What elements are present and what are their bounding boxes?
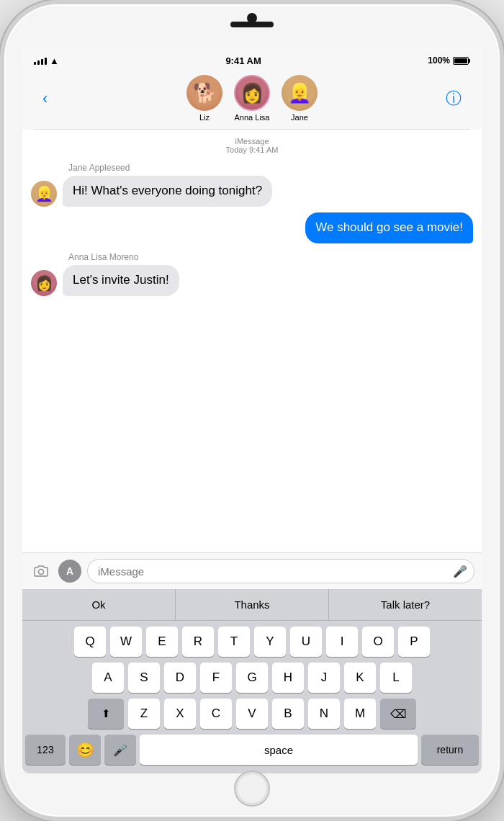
battery-tip — [469, 59, 470, 63]
signal-bars — [34, 56, 47, 65]
battery-fill — [454, 58, 467, 63]
battery-icon — [453, 57, 470, 65]
timestamp-label: iMessage Today 9:41 AM — [31, 137, 473, 154]
key-g[interactable]: G — [236, 663, 268, 693]
key-i[interactable]: I — [326, 627, 358, 657]
input-wrapper: 🎤 — [87, 559, 474, 583]
key-t[interactable]: T — [218, 627, 250, 657]
signal-bar-2 — [37, 60, 40, 65]
avatar-jane: 👱‍♀️ — [282, 75, 318, 111]
key-p[interactable]: P — [398, 627, 430, 657]
key-r[interactable]: R — [182, 627, 214, 657]
info-icon: ⓘ — [446, 89, 462, 107]
key-s[interactable]: S — [128, 663, 160, 693]
key-space[interactable]: space — [140, 735, 418, 765]
predictive-thanks-label: Thanks — [234, 598, 269, 611]
timestamp-time: Today 9:41 AM — [31, 145, 473, 154]
key-n[interactable]: N — [308, 699, 340, 729]
key-return[interactable]: return — [421, 735, 479, 765]
signal-bar-4 — [45, 58, 47, 65]
contact-anna-name: Anna Lisa — [235, 113, 270, 122]
contact-anna[interactable]: 👩 Anna Lisa — [234, 75, 270, 122]
bubble-3-text: Let's invite Justin! — [73, 273, 169, 287]
predictive-ok-label: Ok — [91, 598, 105, 611]
key-d[interactable]: D — [164, 663, 196, 693]
key-row-3: ⬆ Z X C V B N M ⌫ — [25, 699, 479, 729]
signal-bar-3 — [41, 59, 43, 65]
keyboard: Q W E R T Y U I O P A S D F G H J K — [22, 621, 482, 773]
timestamp-imessage: iMessage — [31, 137, 473, 145]
appstore-button[interactable]: A — [58, 560, 81, 583]
message-row-1: 👱‍♀️ Hi! What's everyone doing tonight? — [31, 176, 473, 207]
key-u[interactable]: U — [290, 627, 322, 657]
bubble-2-text: We should go see a movie! — [315, 220, 463, 234]
key-l[interactable]: L — [380, 663, 412, 693]
message-row-2: We should go see a movie! — [31, 212, 473, 243]
key-a[interactable]: A — [92, 663, 124, 693]
info-button[interactable]: ⓘ — [440, 88, 462, 109]
predictive-thanks[interactable]: Thanks — [176, 589, 329, 620]
sender-anna-label: Anna Lisa Moreno — [68, 252, 473, 262]
phone-frame: ▲ 9:41 AM 100% ‹ — [0, 0, 504, 821]
key-w[interactable]: W — [110, 627, 142, 657]
bubble-1: Hi! What's everyone doing tonight? — [63, 176, 272, 207]
back-button[interactable]: ‹ — [42, 86, 64, 111]
back-chevron: ‹ — [42, 89, 48, 108]
key-e[interactable]: E — [146, 627, 178, 657]
key-h[interactable]: H — [272, 663, 304, 693]
screen: ▲ 9:41 AM 100% ‹ — [22, 48, 482, 773]
predictive-talk-later[interactable]: Talk later? — [329, 589, 482, 620]
top-bar: ▲ 9:41 AM 100% ‹ — [22, 48, 482, 130]
key-z[interactable]: Z — [128, 699, 160, 729]
camera-icon — [32, 562, 50, 580]
key-x[interactable]: X — [164, 699, 196, 729]
input-bar: A 🎤 — [22, 552, 482, 589]
bubble-1-text: Hi! What's everyone doing tonight? — [73, 184, 262, 197]
key-numbers[interactable]: 123 — [25, 735, 66, 765]
key-row-2: A S D F G H J K L — [25, 663, 479, 693]
camera-button[interactable] — [30, 560, 53, 583]
bubble-3: Let's invite Justin! — [63, 265, 179, 296]
key-y[interactable]: Y — [254, 627, 286, 657]
contacts-row: 🐕 Liz 👩 Anna Lisa 👱‍♀️ J — [64, 75, 440, 122]
key-j[interactable]: J — [308, 663, 340, 693]
key-b[interactable]: B — [272, 699, 304, 729]
bubble-2: We should go see a movie! — [305, 212, 473, 243]
avatar-liz: 🐕 — [186, 75, 222, 111]
wifi-icon: ▲ — [50, 55, 59, 66]
key-v[interactable]: V — [236, 699, 268, 729]
sender-jane-label: Jane Appleseed — [68, 163, 473, 173]
svg-point-0 — [39, 570, 44, 575]
key-row-bottom: 123 😊 🎤 space return — [25, 735, 479, 765]
signal-bar-1 — [34, 62, 36, 65]
speaker-slot — [230, 22, 274, 27]
home-button[interactable] — [234, 771, 270, 807]
key-emoji[interactable]: 😊 — [69, 735, 101, 765]
battery-body — [453, 57, 469, 65]
status-right: 100% — [428, 55, 470, 66]
battery-percent: 100% — [428, 55, 450, 66]
key-row-1: Q W E R T Y U I O P — [25, 627, 479, 657]
predictive-ok[interactable]: Ok — [22, 589, 176, 620]
key-f[interactable]: F — [200, 663, 232, 693]
key-k[interactable]: K — [344, 663, 376, 693]
status-left: ▲ — [34, 55, 59, 66]
mic-icon[interactable]: 🎤 — [453, 565, 467, 578]
messages-area: iMessage Today 9:41 AM Jane Appleseed 👱‍… — [22, 130, 482, 552]
contact-jane-name: Jane — [291, 113, 308, 122]
contact-liz[interactable]: 🐕 Liz — [186, 75, 222, 122]
message-avatar-jane: 👱‍♀️ — [31, 181, 57, 207]
nav-bar: ‹ 🐕 Liz 👩 Anna Lisa — [34, 69, 470, 130]
key-m[interactable]: M — [344, 699, 376, 729]
contact-jane[interactable]: 👱‍♀️ Jane — [282, 75, 318, 122]
message-input[interactable] — [87, 559, 474, 583]
key-shift[interactable]: ⬆ — [88, 699, 124, 729]
predictive-bar: Ok Thanks Talk later? — [22, 589, 482, 621]
avatar-anna: 👩 — [234, 75, 270, 111]
key-delete[interactable]: ⌫ — [380, 699, 416, 729]
key-o[interactable]: O — [362, 627, 394, 657]
key-c[interactable]: C — [200, 699, 232, 729]
key-mic[interactable]: 🎤 — [104, 735, 136, 765]
message-row-3: 👩 Let's invite Justin! — [31, 265, 473, 296]
key-q[interactable]: Q — [74, 627, 106, 657]
